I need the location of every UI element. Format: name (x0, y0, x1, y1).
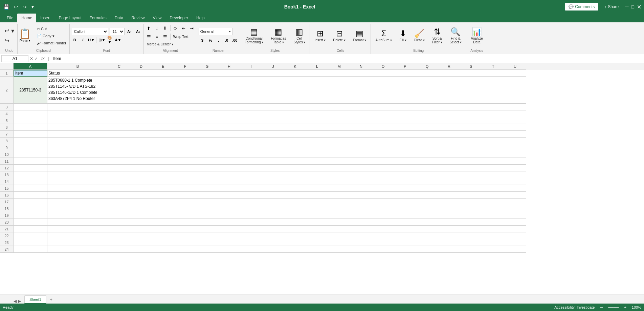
cell-P20[interactable] (394, 219, 416, 226)
cell-D7[interactable] (130, 131, 152, 138)
cell-B7[interactable] (47, 131, 108, 138)
cell-M23[interactable] (328, 239, 350, 246)
tab-insert[interactable]: Insert (36, 14, 54, 22)
cell-J1[interactable] (262, 70, 284, 77)
row-num-9[interactable]: 9 (0, 144, 14, 151)
minimize-button[interactable]: ─ (625, 4, 628, 10)
row-num-24[interactable]: 24 (0, 246, 14, 253)
cell-R11[interactable] (438, 158, 460, 165)
cell-O19[interactable] (372, 212, 394, 219)
col-header-T[interactable]: T (482, 63, 504, 70)
cell-G18[interactable] (196, 205, 218, 212)
cell-M9[interactable] (328, 144, 350, 151)
cell-B9[interactable] (47, 144, 108, 151)
copy-button[interactable]: 📄 Copy ▾ (35, 33, 68, 39)
cell-L6[interactable] (306, 124, 328, 131)
cell-U14[interactable] (504, 178, 526, 185)
cell-Q7[interactable] (416, 131, 438, 138)
tab-home[interactable]: Home (17, 14, 36, 22)
cell-D14[interactable] (130, 178, 152, 185)
tab-review[interactable]: Review (127, 14, 149, 22)
cell-S18[interactable] (460, 205, 482, 212)
cell-M16[interactable] (328, 192, 350, 199)
delete-button[interactable]: ⊟ Delete ▾ (330, 28, 349, 44)
cell-O7[interactable] (372, 131, 394, 138)
cell-C7[interactable] (108, 131, 130, 138)
cell-I12[interactable] (240, 165, 262, 171)
cell-D23[interactable] (130, 239, 152, 246)
cell-J17[interactable] (262, 199, 284, 205)
zoom-slider[interactable]: ──── (608, 305, 619, 309)
cell-U17[interactable] (504, 199, 526, 205)
sheet-nav-left[interactable]: ◀ (14, 299, 17, 304)
cell-H22[interactable] (218, 232, 240, 239)
cell-K21[interactable] (284, 226, 306, 232)
row-num-12[interactable]: 12 (0, 165, 14, 171)
cell-O18[interactable] (372, 205, 394, 212)
cell-D19[interactable] (130, 212, 152, 219)
cell-J14[interactable] (262, 178, 284, 185)
cell-Q20[interactable] (416, 219, 438, 226)
cell-N5[interactable] (350, 117, 372, 124)
cell-H24[interactable] (218, 246, 240, 253)
cell-N15[interactable] (350, 185, 372, 192)
cell-I22[interactable] (240, 232, 262, 239)
tab-file[interactable]: File (3, 14, 17, 22)
cell-I6[interactable] (240, 124, 262, 131)
row-num-14[interactable]: 14 (0, 178, 14, 185)
cell-N18[interactable] (350, 205, 372, 212)
cell-P17[interactable] (394, 199, 416, 205)
cell-H3[interactable] (218, 104, 240, 110)
cell-F1[interactable] (174, 70, 196, 77)
cell-L3[interactable] (306, 104, 328, 110)
cell-C5[interactable] (108, 117, 130, 124)
accounting-format-button[interactable]: $ (199, 37, 206, 44)
cell-R23[interactable] (438, 239, 460, 246)
cell-S13[interactable] (460, 171, 482, 178)
cell-S22[interactable] (460, 232, 482, 239)
cell-R3[interactable] (438, 104, 460, 110)
sort-filter-button[interactable]: ⇅ Sort &Filter ▾ (429, 26, 445, 46)
cell-I10[interactable] (240, 151, 262, 158)
save-icon[interactable]: 💾 (3, 3, 10, 10)
comments-button[interactable]: 💬 Comments (565, 3, 598, 11)
cell-U18[interactable] (504, 205, 526, 212)
borders-button[interactable]: ⊞ ▾ (98, 36, 105, 44)
cell-K18[interactable] (284, 205, 306, 212)
cell-A7[interactable] (14, 131, 47, 138)
cell-B8[interactable] (47, 138, 108, 144)
cell-L13[interactable] (306, 171, 328, 178)
tab-page-layout[interactable]: Page Layout (54, 14, 85, 22)
cell-L1[interactable] (306, 70, 328, 77)
wrap-text-button[interactable]: Wrap Text (172, 33, 190, 40)
cell-K5[interactable] (284, 117, 306, 124)
cell-K12[interactable] (284, 165, 306, 171)
cell-Q21[interactable] (416, 226, 438, 232)
cell-P8[interactable] (394, 138, 416, 144)
col-header-R[interactable]: R (438, 63, 460, 70)
cell-S10[interactable] (460, 151, 482, 158)
cell-O9[interactable] (372, 144, 394, 151)
cell-R22[interactable] (438, 232, 460, 239)
cell-S12[interactable] (460, 165, 482, 171)
cell-U21[interactable] (504, 226, 526, 232)
sheet-tab-sheet1[interactable]: Sheet1 (24, 295, 46, 304)
add-sheet-button[interactable]: + (47, 295, 55, 304)
cell-U9[interactable] (504, 144, 526, 151)
cell-O16[interactable] (372, 192, 394, 199)
sheet-nav-right[interactable]: ▶ (18, 299, 21, 304)
cell-M18[interactable] (328, 205, 350, 212)
redo-button[interactable]: ↪ (3, 36, 11, 45)
cell-S23[interactable] (460, 239, 482, 246)
align-right-button[interactable]: ☰ (161, 33, 169, 40)
cell-J4[interactable] (262, 110, 284, 117)
cell-Q23[interactable] (416, 239, 438, 246)
cell-R8[interactable] (438, 138, 460, 144)
cell-T9[interactable] (482, 144, 504, 151)
cell-T10[interactable] (482, 151, 504, 158)
cell-E1[interactable] (152, 70, 174, 77)
cell-M5[interactable] (328, 117, 350, 124)
cell-S9[interactable] (460, 144, 482, 151)
cell-D22[interactable] (130, 232, 152, 239)
cell-A18[interactable] (14, 205, 47, 212)
